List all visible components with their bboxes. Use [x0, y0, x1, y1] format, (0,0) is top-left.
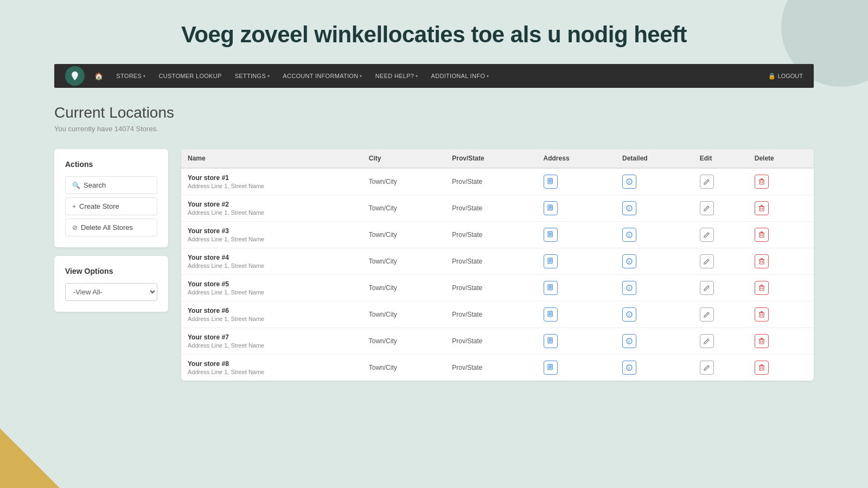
detailed-icon-btn-3[interactable]: i	[622, 254, 636, 268]
edit-icon-btn-4[interactable]	[700, 281, 714, 295]
nav-additional-info[interactable]: ADDITIONAL INFO ▾	[426, 64, 495, 88]
delete-icon: ⊘	[72, 224, 78, 232]
cell-state-3: Prov/State	[445, 248, 537, 275]
cell-state-1: Prov/State	[445, 195, 537, 222]
nav-customer-lookup[interactable]: CUSTOMER LOOKUP	[153, 64, 227, 88]
svg-rect-21	[761, 205, 763, 206]
cell-edit-1	[693, 195, 748, 222]
cell-edit-0	[693, 168, 748, 195]
svg-rect-33	[761, 232, 763, 233]
edit-icon-btn-0[interactable]	[700, 175, 714, 189]
cell-delete-2	[748, 222, 814, 248]
cell-name-7: Your store #8 Address Line 1, Street Nam…	[181, 355, 362, 381]
search-button[interactable]: 🔍 Search	[65, 176, 157, 194]
svg-rect-93	[761, 364, 763, 365]
svg-rect-45	[761, 258, 763, 259]
cell-city-2: Town/City	[362, 222, 446, 248]
create-store-button[interactable]: + Create Store	[65, 197, 157, 215]
detailed-icon-btn-7[interactable]: i	[622, 361, 636, 375]
nav-account-information[interactable]: ACCOUNT INFORMATION ▾	[277, 64, 367, 88]
delete-icon-btn-4[interactable]	[755, 281, 769, 295]
svg-rect-69	[761, 311, 763, 312]
cell-delete-3	[748, 248, 814, 275]
cell-name-0: Your store #1 Address Line 1, Street Nam…	[181, 168, 362, 195]
svg-rect-81	[761, 338, 763, 339]
col-name: Name	[181, 149, 362, 168]
additional-caret: ▾	[487, 74, 489, 79]
cell-city-5: Town/City	[362, 301, 446, 328]
cell-address-icon-1	[537, 195, 616, 222]
address-icon-btn-2[interactable]	[544, 228, 558, 242]
edit-icon-btn-3[interactable]	[700, 254, 714, 268]
page-title: Current Locations	[54, 104, 814, 121]
table-row: Your store #8 Address Line 1, Street Nam…	[181, 355, 814, 381]
address-icon-btn-4[interactable]	[544, 281, 558, 295]
delete-icon-btn-6[interactable]	[755, 334, 769, 348]
svg-rect-22	[760, 207, 764, 211]
nav-stores[interactable]: STORES ▾	[111, 64, 151, 88]
cell-address-icon-5	[537, 301, 616, 328]
cell-detailed-0: i	[616, 168, 693, 195]
cell-edit-4	[693, 275, 748, 301]
cell-state-6: Prov/State	[445, 328, 537, 355]
delete-icon-btn-1[interactable]	[755, 201, 769, 215]
cell-city-0: Town/City	[362, 168, 446, 195]
cell-state-7: Prov/State	[445, 355, 537, 381]
address-icon-btn-1[interactable]	[544, 201, 558, 215]
nav-logout[interactable]: 🔒 LOGOUT	[768, 73, 803, 80]
delete-icon-btn-2[interactable]	[755, 228, 769, 242]
svg-rect-9	[761, 178, 763, 179]
stores-table: Name City Prov/State Address Detailed Ed…	[181, 149, 814, 381]
cell-delete-7	[748, 355, 814, 381]
nav-settings[interactable]: SETTINGS ▾	[229, 64, 276, 88]
cell-name-4: Your store #5 Address Line 1, Street Nam…	[181, 275, 362, 301]
detailed-icon-btn-5[interactable]: i	[622, 307, 636, 322]
delete-all-stores-button[interactable]: ⊘ Delete All Stores	[65, 219, 157, 236]
navbar-logo	[65, 66, 85, 86]
col-delete: Delete	[748, 149, 814, 168]
edit-icon-btn-7[interactable]	[700, 361, 714, 375]
cell-address-icon-2	[537, 222, 616, 248]
address-icon-btn-7[interactable]	[544, 361, 558, 375]
delete-icon-btn-5[interactable]	[755, 307, 769, 322]
detailed-icon-btn-6[interactable]: i	[622, 334, 636, 348]
detailed-icon-btn-4[interactable]: i	[622, 281, 636, 295]
cell-state-0: Prov/State	[445, 168, 537, 195]
address-icon-btn-0[interactable]	[544, 175, 558, 189]
table-row: Your store #1 Address Line 1, Street Nam…	[181, 168, 814, 195]
detailed-icon-btn-2[interactable]: i	[622, 228, 636, 242]
col-state: Prov/State	[445, 149, 537, 168]
detailed-icon-btn-0[interactable]: i	[622, 175, 636, 189]
cell-city-7: Town/City	[362, 355, 446, 381]
cell-delete-4	[748, 275, 814, 301]
actions-card: Actions 🔍 Search + Create Store ⊘ Delete…	[54, 149, 168, 247]
nav-home[interactable]: 🏠	[89, 64, 108, 88]
svg-rect-34	[760, 233, 764, 237]
stores-caret: ▾	[143, 74, 145, 79]
sidebar: Actions 🔍 Search + Create Store ⊘ Delete…	[54, 149, 168, 320]
cell-delete-0	[748, 168, 814, 195]
edit-icon-btn-5[interactable]	[700, 307, 714, 322]
address-icon-btn-6[interactable]	[544, 334, 558, 348]
address-icon-btn-5[interactable]	[544, 307, 558, 322]
cell-name-6: Your store #7 Address Line 1, Street Nam…	[181, 328, 362, 355]
cell-delete-6	[748, 328, 814, 355]
search-icon: 🔍	[72, 182, 80, 189]
lock-icon: 🔒	[768, 73, 776, 80]
edit-icon-btn-6[interactable]	[700, 334, 714, 348]
svg-rect-94	[760, 366, 764, 370]
plus-icon: +	[72, 203, 76, 210]
svg-text:i: i	[629, 286, 630, 290]
delete-icon-btn-7[interactable]	[755, 361, 769, 375]
delete-icon-btn-0[interactable]	[755, 175, 769, 189]
edit-icon-btn-2[interactable]	[700, 228, 714, 242]
edit-icon-btn-1[interactable]	[700, 201, 714, 215]
nav-need-help[interactable]: NEED HELP? ▾	[370, 64, 424, 88]
svg-text:i: i	[629, 207, 630, 210]
cell-edit-7	[693, 355, 748, 381]
detailed-icon-btn-1[interactable]: i	[622, 201, 636, 215]
view-options-select[interactable]: -View All- Active Inactive	[65, 283, 157, 301]
svg-text:i: i	[629, 180, 630, 184]
address-icon-btn-3[interactable]	[544, 254, 558, 268]
delete-icon-btn-3[interactable]	[755, 254, 769, 268]
